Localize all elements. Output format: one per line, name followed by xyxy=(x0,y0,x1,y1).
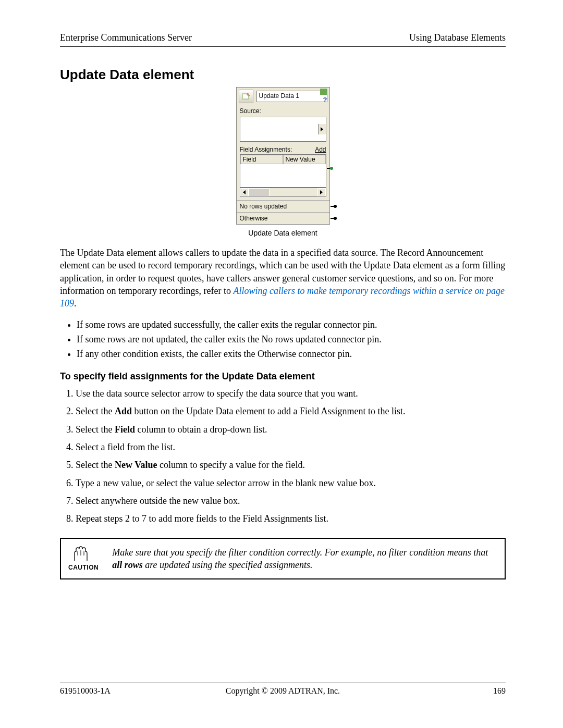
source-selector-arrow-icon[interactable] xyxy=(318,124,326,134)
step-item: Select the Add button on the Update Data… xyxy=(76,405,506,417)
page: Enterprise Communications Server Using D… xyxy=(0,0,563,728)
source-label: Source: xyxy=(237,104,329,116)
source-input[interactable] xyxy=(240,117,326,142)
caution-label: CAUTION xyxy=(68,564,99,571)
column-header-new-value[interactable]: New Value xyxy=(283,155,326,164)
step-item: Select a field from the list. xyxy=(76,441,506,453)
page-footer: 619510003-1A Copyright © 2009 ADTRAN, In… xyxy=(60,683,506,696)
field-assignments-body[interactable] xyxy=(240,164,326,187)
update-data-element-panel: Update Data 1 ? Source: Field Assignment… xyxy=(236,87,330,238)
step-item: Select the New Value column to specify a… xyxy=(76,459,506,471)
connector-pin-otherwise[interactable] xyxy=(331,217,337,220)
header-left: Enterprise Communications Server xyxy=(60,32,192,43)
column-header-field[interactable]: Field xyxy=(240,155,283,164)
figure-caption: Update Data element xyxy=(236,225,330,238)
field-assignments-label: Field Assignments: xyxy=(240,146,292,153)
step-item: Use the data source selector arrow to sp… xyxy=(76,387,506,400)
help-icon[interactable]: ? xyxy=(320,96,327,103)
bullet-list: If some rows are updated successfully, t… xyxy=(71,318,506,362)
resize-handle-icon[interactable] xyxy=(320,89,327,95)
bullet-item: If some rows are not updated, the caller… xyxy=(77,332,506,347)
caution-icon: CAUTION xyxy=(68,546,99,571)
connector-pin-regular[interactable] xyxy=(327,167,333,170)
step-item: Select the Field column to obtain a drop… xyxy=(76,423,506,436)
step-item: Repeat steps 2 to 7 to add more fields t… xyxy=(76,512,506,525)
hand-icon xyxy=(71,546,95,562)
step-item: Select anywhere outside the new value bo… xyxy=(76,495,506,507)
element-title-input[interactable]: Update Data 1 xyxy=(256,91,327,102)
caution-note: CAUTION Make sure that you specify the f… xyxy=(60,538,506,580)
caution-text: Make sure that you specify the filter co… xyxy=(112,546,495,572)
paragraph-post: . xyxy=(74,298,77,309)
footer-copyright: Copyright © 2009 ADTRAN, Inc. xyxy=(60,686,506,696)
section-title: Update Data element xyxy=(60,67,506,83)
scroll-right-icon[interactable] xyxy=(317,188,326,196)
output-otherwise-label: Otherwise xyxy=(240,215,268,222)
update-data-icon xyxy=(239,90,253,103)
intro-paragraph: The Update Data element allows callers t… xyxy=(60,246,506,310)
element-titlebar: Update Data 1 ? xyxy=(237,88,329,104)
page-header: Enterprise Communications Server Using D… xyxy=(60,32,506,47)
step-item: Type a new value, or select the value se… xyxy=(76,477,506,489)
horizontal-scrollbar[interactable] xyxy=(240,188,326,197)
output-no-rows-label: No rows updated xyxy=(240,203,287,210)
procedure-steps: Use the data source selector arrow to sp… xyxy=(64,387,506,525)
procedure-heading: To specify field assignments for the Upd… xyxy=(60,371,506,382)
connector-pin-no-rows[interactable] xyxy=(331,205,337,208)
scroll-thumb[interactable] xyxy=(249,188,270,196)
add-button[interactable]: Add xyxy=(315,146,326,153)
bullet-item: If any other condition exists, the calle… xyxy=(77,347,506,362)
header-right: Using Database Elements xyxy=(409,32,506,43)
bullet-item: If some rows are updated successfully, t… xyxy=(77,318,506,332)
figure: Update Data 1 ? Source: Field Assignment… xyxy=(60,87,506,238)
scroll-left-icon[interactable] xyxy=(240,188,249,196)
output-otherwise: Otherwise xyxy=(237,212,329,224)
field-assignments-table[interactable]: Field New Value xyxy=(240,154,326,188)
output-no-rows-updated: No rows updated xyxy=(237,200,329,212)
